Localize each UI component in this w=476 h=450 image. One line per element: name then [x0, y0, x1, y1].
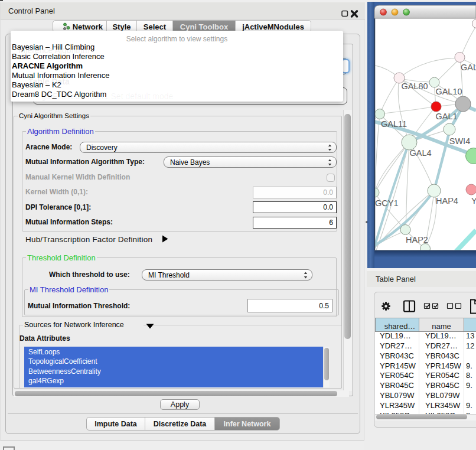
svg-text:HAP4: HAP4: [436, 196, 458, 206]
svg-text:SWI4: SWI4: [449, 136, 470, 146]
svg-text:GCY1: GCY1: [375, 198, 399, 208]
svg-text:GAL4: GAL4: [409, 148, 431, 158]
svg-text:GAL80: GAL80: [401, 81, 428, 91]
svg-text:GAL11: GAL11: [381, 119, 407, 129]
svg-text:GAL7: GAL7: [461, 63, 476, 72]
svg-text:GAL10: GAL10: [435, 87, 462, 96]
svg-text:HAP2: HAP2: [406, 235, 428, 244]
svg-text:GAL1: GAL1: [435, 112, 457, 121]
svg-text:Y: Y: [471, 196, 476, 206]
